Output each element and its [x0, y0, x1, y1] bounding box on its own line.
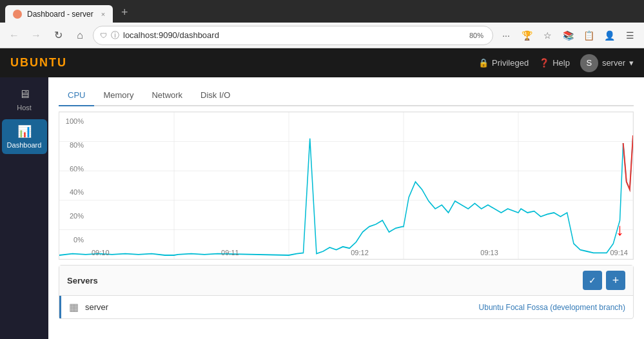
active-tab[interactable]: Dashboard - server × [5, 5, 113, 23]
server-icon: ▦ [69, 301, 79, 313]
bookmark-icon[interactable]: ☆ [538, 26, 556, 44]
reload-button[interactable]: ↻ [49, 26, 67, 44]
x-label-1: 09:11 [221, 249, 239, 257]
sidebar-item-host[interactable]: 🖥 Host [2, 82, 47, 117]
zoom-level[interactable]: 80% [467, 30, 486, 41]
x-label-4: 09:14 [610, 249, 628, 257]
x-axis: 09:10 09:11 09:12 09:13 09:14 [92, 249, 628, 257]
library-icon[interactable]: 📚 [559, 26, 577, 44]
tab-favicon [13, 10, 22, 19]
tab-title: Dashboard - server [27, 10, 93, 19]
home-button[interactable]: ⌂ [71, 26, 89, 44]
servers-panel-actions: ✓ + [583, 271, 625, 290]
pocket-icon[interactable]: 🏆 [518, 26, 536, 44]
tab-memory[interactable]: Memory [94, 85, 142, 106]
tab-close-btn[interactable]: × [101, 10, 105, 18]
info-icon: ⓘ [111, 30, 119, 41]
red-arrow-icon: ↓ [616, 220, 624, 240]
tab-bar-content: CPU Memory Network Disk I/O [59, 85, 634, 106]
help-label: Help [552, 58, 570, 68]
sidebar-dashboard-label: Dashboard [7, 141, 42, 149]
help-button[interactable]: ❓ Help [539, 58, 570, 68]
user-menu[interactable]: S server ▾ [580, 54, 634, 72]
sidebar-host-label: Host [17, 104, 32, 111]
check-button[interactable]: ✓ [583, 271, 602, 290]
server-name[interactable]: server [85, 302, 473, 312]
account-icon[interactable]: 👤 [600, 26, 618, 44]
nav-bar: ← → ↻ ⌂ 🛡 ⓘ localhost:9090/dashboard 80%… [0, 23, 644, 48]
new-tab-button[interactable]: + [115, 4, 133, 22]
user-avatar: S [580, 54, 598, 72]
tab-network[interactable]: Network [142, 85, 191, 106]
address-bar[interactable]: 🛡 ⓘ localhost:9090/dashboard 80% [93, 26, 493, 45]
add-server-button[interactable]: + [606, 271, 625, 290]
app: UBUNTU 🔒 Privileged ❓ Help S server ▾ [0, 48, 644, 339]
tab-disk[interactable]: Disk I/O [191, 85, 239, 106]
main-layout: 🖥 Host 📊 Dashboard CPU Memory Network Di… [0, 77, 644, 339]
sync-icon[interactable]: 📋 [580, 26, 598, 44]
chart-svg [59, 112, 633, 259]
dashboard-icon: 📊 [17, 124, 32, 139]
x-label-0: 09:10 [92, 249, 110, 257]
cpu-chart: 100% 80% 60% 40% 20% 0% [59, 111, 634, 260]
back-button[interactable]: ← [5, 26, 23, 44]
content: CPU Memory Network Disk I/O 100% 80% 60%… [48, 77, 644, 339]
tab-cpu[interactable]: CPU [59, 85, 94, 106]
nav-icons: ··· 🏆 ☆ 📚 📋 👤 ☰ [497, 26, 639, 44]
top-bar-right: 🔒 Privileged ❓ Help S server ▾ [478, 54, 634, 72]
lock-icon: 🔒 [478, 58, 489, 68]
address-text: localhost:9090/dashboard [123, 30, 463, 40]
menu-icon[interactable]: ☰ [621, 26, 639, 44]
dropdown-arrow-icon: ▾ [629, 58, 634, 68]
host-icon: 🖥 [19, 88, 30, 101]
more-button[interactable]: ··· [497, 26, 515, 44]
privileged-label: Privileged [492, 58, 529, 68]
brand: UBUNTU [10, 56, 67, 70]
servers-panel: Servers ✓ + ▦ server Ubuntu Focal Fossa … [59, 265, 634, 319]
sidebar: 🖥 Host 📊 Dashboard [0, 77, 48, 339]
server-row: ▦ server Ubuntu Focal Fossa (development… [59, 296, 633, 318]
help-icon: ❓ [539, 58, 549, 68]
brand-text: UBUNTU [10, 56, 67, 69]
browser-chrome: Dashboard - server × + [0, 0, 644, 23]
top-bar: UBUNTU 🔒 Privileged ❓ Help S server ▾ [0, 48, 644, 77]
server-info: Ubuntu Focal Fossa (development branch) [479, 303, 625, 312]
privileged-badge[interactable]: 🔒 Privileged [478, 58, 529, 68]
forward-button[interactable]: → [27, 26, 45, 44]
x-label-3: 09:13 [480, 249, 498, 257]
user-initial: S [587, 58, 592, 68]
x-label-2: 09:12 [351, 249, 369, 257]
servers-panel-title: Servers [67, 276, 98, 286]
lock-icon: 🛡 [100, 32, 107, 39]
servers-panel-header: Servers ✓ + [59, 266, 633, 296]
sidebar-item-dashboard[interactable]: 📊 Dashboard [2, 119, 47, 154]
username: server [602, 58, 625, 68]
tab-bar: Dashboard - server × + [5, 0, 133, 23]
